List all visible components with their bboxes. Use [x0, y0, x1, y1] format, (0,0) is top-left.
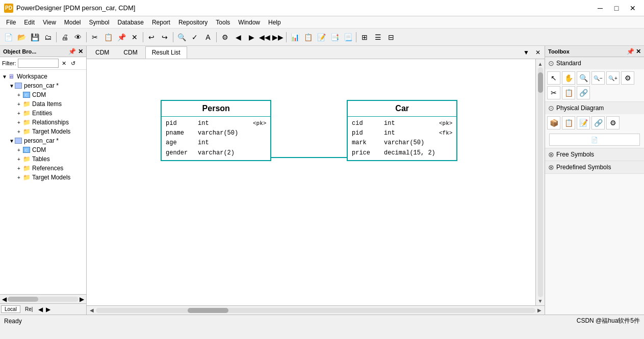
scroll-track[interactable] [8, 297, 79, 302]
tree-item-workspace[interactable]: ▼ 🖥 Workspace [0, 72, 86, 81]
tree-item-tables[interactable]: + 📁 Tables [0, 154, 86, 164]
tool-pointer[interactable]: ↖ [547, 71, 560, 85]
expand-icon-tm1[interactable]: + [17, 129, 22, 135]
filter-clear-button[interactable]: ✕ [60, 59, 68, 67]
tree-item-relationships[interactable]: + 📁 Relationships [0, 118, 86, 127]
object-browser-scrollbar[interactable]: ◀ ▶ [0, 294, 86, 303]
expand-icon[interactable]: ▼ [9, 83, 14, 89]
diagram-area[interactable]: Person pid int <pk> pname varchar(50) [87, 59, 535, 305]
expand-icon-pc2[interactable]: ▼ [9, 138, 14, 144]
expand-icon-entities[interactable]: + [17, 111, 22, 116]
person-table[interactable]: Person pid int <pk> pname varchar(50) [161, 100, 271, 161]
tool-hand[interactable]: ✋ [562, 71, 575, 85]
tree-item-references[interactable]: + 📁 References [0, 164, 86, 173]
expand-icon-cdm1[interactable]: + [17, 92, 22, 98]
tool-table[interactable]: 📦 [547, 116, 560, 129]
report4-button[interactable]: 📑 [328, 31, 341, 43]
tool-zoom-all[interactable]: 🔍+ [606, 71, 620, 85]
scroll-thumb[interactable] [8, 297, 38, 302]
tool-view[interactable]: 📋 [562, 116, 575, 129]
tool-copy[interactable]: 📋 [562, 86, 575, 99]
tool-zoom-in[interactable]: 🔍 [577, 71, 590, 85]
scroll-up-icon[interactable]: ▲ [536, 60, 545, 67]
menu-item-database[interactable]: Database [114, 18, 148, 27]
tree-item-cdm-2[interactable]: + C CDM [0, 145, 86, 154]
tool4-button[interactable]: ◀◀ [259, 31, 271, 43]
copy-button[interactable]: 📋 [102, 31, 114, 43]
tool-config[interactable]: ⚙ [606, 116, 620, 129]
expand-icon-tm2[interactable]: + [17, 175, 22, 180]
menu-item-symbol[interactable]: Symbol [85, 18, 114, 27]
tool-document[interactable]: 📄 [549, 134, 640, 146]
delete-button[interactable]: ✕ [128, 31, 141, 43]
scroll-down-icon[interactable]: ▼ [536, 297, 545, 304]
expand-icon[interactable]: ▼ [2, 74, 7, 80]
expand-icon-tables[interactable]: + [17, 157, 22, 162]
tree-item-person-car-2[interactable]: ▼ person_car * [0, 136, 86, 145]
v-scroll-thumb[interactable] [538, 72, 543, 93]
expand-icon-cdm2[interactable]: + [17, 147, 22, 153]
tree-item-target-models-2[interactable]: + 📁 Target Models [0, 173, 86, 182]
open-button[interactable]: 📂 [15, 31, 28, 43]
h-scroll-thumb[interactable] [188, 308, 228, 313]
toolbox-predefined-header[interactable]: ⊗ Predefined Symbols [545, 161, 644, 173]
report5-button[interactable]: 📃 [342, 31, 354, 43]
tree-item-data-items[interactable]: + 📁 Data Items [0, 99, 86, 109]
expand-icon-data[interactable]: + [17, 101, 22, 107]
save-button[interactable]: 💾 [29, 31, 41, 43]
menu-item-edit[interactable]: Edit [20, 18, 39, 27]
tree-item-cdm-1[interactable]: + C CDM [0, 90, 86, 99]
minimize-button[interactable]: ─ [593, 3, 607, 13]
tab-result-list[interactable]: Result List [145, 46, 187, 59]
report1-button[interactable]: 📊 [289, 31, 301, 43]
tree-item-target-models-1[interactable]: + 📁 Target Models [0, 127, 86, 136]
tab-menu-button[interactable]: ▼ [521, 48, 531, 57]
scroll-right-tab[interactable]: ▶ [45, 306, 51, 313]
cut-button[interactable]: ✂ [89, 31, 101, 43]
car-table[interactable]: Car cid int <pk> pid int < [347, 100, 457, 161]
toolbox-close-icon[interactable]: ✕ [636, 48, 641, 55]
toolbox-physical-header[interactable]: ⊙ Physical Diagram [545, 102, 644, 114]
tree-item-entities[interactable]: + 📁 Entities [0, 109, 86, 118]
tool-zoom-out[interactable]: 🔍− [591, 71, 605, 85]
layout3-button[interactable]: ⊟ [385, 31, 397, 43]
tool-reference[interactable]: 🔗 [591, 116, 605, 129]
menu-item-model[interactable]: Model [60, 18, 85, 27]
horizontal-scrollbar[interactable]: ◀ ▶ [87, 305, 545, 315]
menu-item-repository[interactable]: Repository [174, 18, 212, 27]
tab-close-button[interactable]: ✕ [533, 48, 543, 57]
toolbox-pin-icon[interactable]: 📌 [627, 48, 634, 55]
toolbox-standard-header[interactable]: ⊙ Standard [545, 57, 644, 69]
find-button[interactable]: 🔍 [175, 31, 188, 43]
redo-button[interactable]: ↪ [159, 31, 171, 43]
save-all-button[interactable]: 🗂 [42, 31, 54, 43]
layout2-button[interactable]: ☰ [372, 31, 384, 43]
tool-note[interactable]: 📝 [577, 116, 590, 129]
new-button[interactable]: 📄 [2, 31, 14, 43]
check-button[interactable]: ✓ [189, 31, 201, 43]
expand-icon-refs[interactable]: + [17, 166, 22, 171]
browser-tab-local[interactable]: Local [1, 305, 20, 313]
h-scroll-right-icon[interactable]: ▶ [535, 307, 544, 314]
print-button[interactable]: 🖨 [59, 31, 71, 43]
scroll-left-icon[interactable]: ◀ [1, 296, 8, 303]
close-button[interactable]: ✕ [626, 3, 640, 13]
toolbox-free-header[interactable]: ⊗ Free Symbols [545, 148, 644, 161]
tool2-button[interactable]: ◀ [232, 31, 244, 43]
tab-cdm-2[interactable]: CDM [117, 46, 144, 58]
menu-item-view[interactable]: View [39, 18, 60, 27]
h-scroll-left-icon[interactable]: ◀ [88, 307, 96, 314]
report2-button[interactable]: 📋 [302, 31, 314, 43]
vertical-scrollbar[interactable]: ▲ ▼ [535, 59, 545, 305]
pin-icon[interactable]: 📌 [68, 48, 76, 55]
h-scroll-track[interactable] [96, 308, 535, 313]
filter-input[interactable] [18, 59, 59, 68]
menu-item-help[interactable]: Help [264, 18, 285, 27]
report3-button[interactable]: 📝 [315, 31, 327, 43]
preview-button[interactable]: 👁 [72, 31, 84, 43]
filter-refresh-button[interactable]: ↺ [69, 59, 78, 67]
paste-button[interactable]: 📌 [115, 31, 127, 43]
menu-item-tools[interactable]: Tools [212, 18, 234, 27]
tool-link[interactable]: 🔗 [577, 86, 590, 99]
browser-close-icon[interactable]: ✕ [78, 48, 83, 55]
